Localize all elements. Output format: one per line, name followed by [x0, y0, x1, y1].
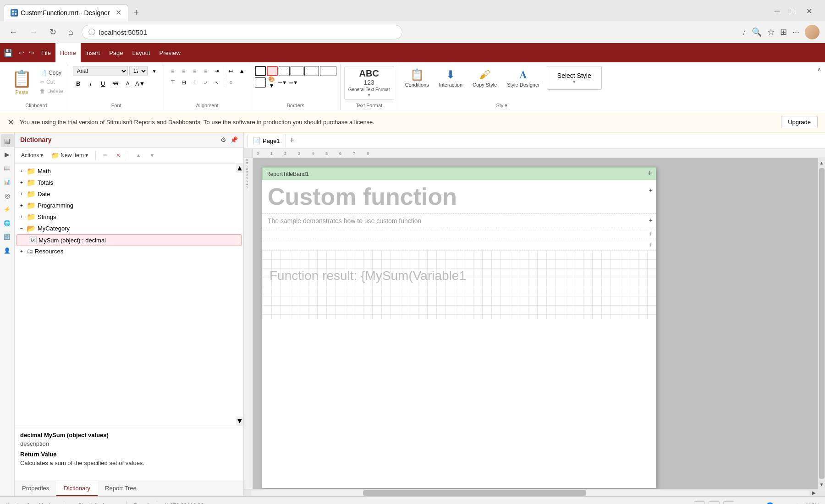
minimize-button[interactable]: ─ [771, 5, 783, 17]
canvas-content[interactable]: ReportTitleBand1 + Custom function + The… [253, 158, 818, 489]
scroll-right-arrow[interactable]: ▶ [810, 489, 818, 497]
valign-bottom-button[interactable]: ⊥ [190, 77, 200, 88]
text-format-button[interactable]: ABC 123 General Text Format ▼ [344, 66, 394, 100]
cut-button[interactable]: ✂ Cut [38, 78, 65, 86]
status-btn-3[interactable]: ⊡ [723, 501, 734, 504]
status-btn-2[interactable]: ⊟ [709, 501, 720, 504]
scroll-down-arrow[interactable]: ▼ [818, 480, 825, 489]
expand-totals[interactable]: + [18, 180, 25, 186]
italic-button[interactable]: I [85, 78, 96, 88]
trial-close-button[interactable]: ✕ [7, 117, 14, 127]
band1-add-button[interactable]: + [649, 230, 653, 237]
delete-item-button[interactable]: ✕ [113, 151, 123, 160]
home-menu[interactable]: Home [55, 43, 81, 62]
insert-menu[interactable]: Insert [81, 43, 105, 62]
tab-report-tree[interactable]: Report Tree [98, 481, 144, 496]
sidebar-icon-globe[interactable]: 🌐 [1, 217, 14, 230]
border-selected-button[interactable] [267, 66, 278, 76]
font-color-button[interactable]: A▼ [135, 78, 146, 88]
tab-dictionary[interactable]: Dictionary [56, 481, 98, 496]
sidebar-icon-data[interactable]: ⚡ [1, 203, 14, 216]
browser-tab-active[interactable]: CustomFunction.mrt - Designer ✕ [4, 4, 128, 21]
scroll-up-button[interactable]: ▲ [236, 164, 243, 173]
underline-button[interactable]: U [98, 78, 109, 88]
favorite-icon[interactable]: ☆ [767, 27, 775, 37]
border-style4[interactable] [320, 66, 336, 76]
font-size-down[interactable]: ▼ [149, 66, 160, 76]
band-add-button[interactable]: + [647, 169, 652, 178]
sidebar-icon-target[interactable]: ◎ [1, 189, 14, 202]
dictionary-pin-button[interactable]: 📌 [230, 136, 238, 143]
font-size-input[interactable]: A [122, 78, 133, 88]
h-scroll-thumb[interactable] [363, 490, 586, 496]
tab-close-button[interactable]: ✕ [116, 8, 121, 17]
redo-button[interactable]: ↪ [27, 43, 37, 62]
check-issues-button[interactable]: ▶ Check for Issues [72, 503, 118, 504]
edit-button[interactable]: ✏ [100, 151, 110, 160]
expand-date[interactable]: + [18, 191, 25, 197]
valign-top-button[interactable]: ⊤ [168, 77, 178, 88]
upgrade-button[interactable]: Upgrade [781, 116, 818, 128]
interaction-button[interactable]: ⬇ Interaction [436, 66, 466, 90]
align-justify-button[interactable]: ≡ [201, 66, 211, 76]
expand-math[interactable]: + [18, 168, 25, 175]
sidebar-icon-user[interactable]: 👤 [1, 244, 14, 257]
border-all-button[interactable] [255, 66, 266, 76]
status-btn-1[interactable]: ⊞ [694, 501, 705, 504]
maximize-button[interactable]: □ [787, 5, 799, 17]
expand-resources[interactable]: + [18, 248, 25, 254]
strikethrough-button[interactable]: ab [110, 78, 121, 88]
tree-item-mysum[interactable]: + fx MySum (object) : decimal [16, 234, 242, 246]
scroll-thumb[interactable] [819, 168, 825, 479]
home-button[interactable]: ⌂ [65, 26, 77, 39]
font-family-select[interactable]: Arial [73, 66, 128, 76]
align-right-button[interactable]: ≡ [190, 66, 200, 76]
copy-button[interactable]: 📄 Copy [38, 69, 65, 77]
more-icon[interactable]: ··· [792, 27, 799, 37]
bottom-resize-handle[interactable] [262, 484, 656, 488]
undo-button[interactable]: ↩ [16, 43, 27, 62]
expand-programming[interactable]: + [18, 203, 25, 209]
sidebar-icon-chart[interactable]: 📊 [1, 175, 14, 188]
zoom-out-button[interactable]: − [738, 502, 742, 504]
content-add-button[interactable]: + [649, 186, 653, 194]
border-style2[interactable] [291, 66, 303, 76]
right-resize-handle[interactable] [653, 167, 656, 488]
horizontal-scrollbar[interactable]: ▶ [244, 489, 825, 496]
style-designer-button[interactable]: 𝐀 Style Designer [504, 66, 543, 90]
actions-button[interactable]: Actions ▾ [18, 151, 46, 160]
copy-style-button[interactable]: 🖌 Copy Style [469, 66, 500, 90]
tree-item-math[interactable]: + 📁 Math [15, 165, 243, 177]
sidebar-icon-arrow[interactable]: ▶ [1, 148, 14, 161]
zoom-in-button[interactable]: + [796, 502, 800, 504]
expand-strings[interactable]: + [18, 214, 25, 220]
border-style1[interactable] [279, 66, 290, 76]
save-button[interactable]: 💾 [0, 43, 16, 62]
subtitle-add-button[interactable]: + [649, 217, 653, 224]
user-avatar[interactable] [805, 25, 820, 39]
tree-item-mycategory[interactable]: − 📂 MyCategory [15, 223, 243, 234]
new-tab-button[interactable]: + [130, 5, 143, 20]
move-up-button[interactable]: ▲ [133, 151, 144, 160]
forward-button[interactable]: → [26, 26, 41, 39]
read-aloud-icon[interactable]: ♪ [742, 27, 746, 37]
sidebar-icon-calc[interactable]: 🔢 [1, 230, 14, 243]
tree-item-date[interactable]: + 📁 Date [15, 188, 243, 200]
border-inner-button[interactable] [255, 77, 266, 88]
scroll-up-arrow[interactable]: ▲ [818, 158, 825, 167]
tab-properties[interactable]: Properties [15, 481, 56, 496]
tree-item-resources[interactable]: + 🗂 Resources [15, 246, 243, 256]
vertical-scrollbar[interactable]: ▲ ▼ [818, 158, 825, 489]
tree-item-strings[interactable]: + 📁 Strings [15, 211, 243, 223]
close-button[interactable]: ✕ [803, 5, 816, 17]
font-size-select[interactable]: 12 [129, 66, 148, 76]
layout-menu[interactable]: Layout [128, 43, 155, 62]
bold-button[interactable]: B [73, 78, 84, 88]
indent-button[interactable]: ⇥ [212, 66, 222, 76]
border-style3[interactable] [304, 66, 319, 76]
border-width-button[interactable]: ═▼ [289, 77, 299, 88]
address-input[interactable]: ⓘ Page1 localhost:50501 [82, 25, 402, 39]
search-icon[interactable]: 🔍 [752, 27, 762, 37]
select-style-button[interactable]: Select Style ▼ [547, 66, 602, 90]
sidebar-icon-layers[interactable]: ▤ [1, 134, 14, 147]
